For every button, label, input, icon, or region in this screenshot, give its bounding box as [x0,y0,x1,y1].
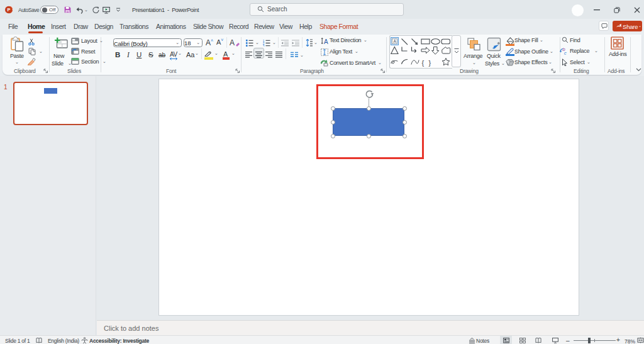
svg-text:{: { [422,59,425,67]
svg-text:c: c [564,50,567,55]
svg-text:}: } [429,59,431,67]
svg-text:3: 3 [263,45,265,47]
svg-text:A: A [394,39,397,43]
svg-text:P: P [7,7,10,13]
svg-text:A: A [324,38,328,45]
